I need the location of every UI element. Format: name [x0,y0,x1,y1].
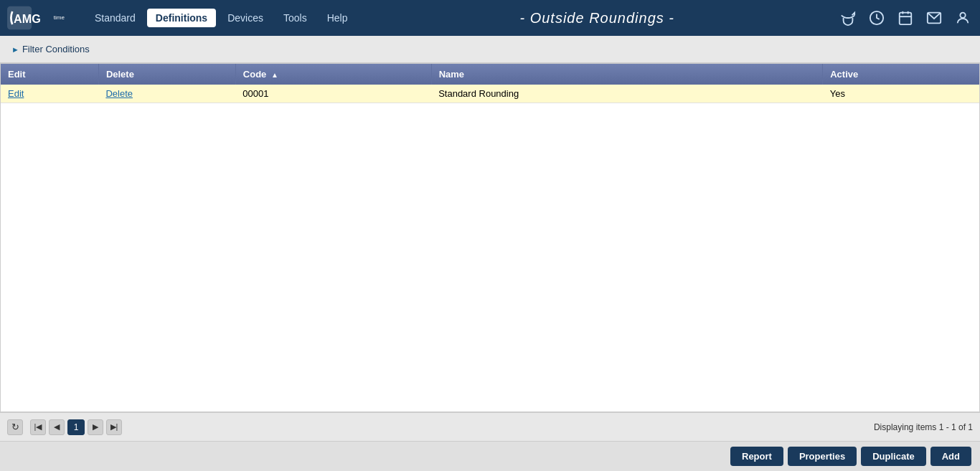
clock-icon[interactable] [867,8,887,28]
first-page-button[interactable]: |◀ [30,419,46,435]
content: ► Filter Conditions Edit Delete Code ▲ N… [0,36,980,412]
calendar-icon[interactable] [895,8,915,28]
col-active[interactable]: Active [823,64,979,85]
nav-menu: Standard Definitions Devices Tools Help [86,9,356,27]
prev-page-button[interactable]: ◀ [49,419,65,435]
nav-tools[interactable]: Tools [275,9,316,27]
pagination-bar: ↻ |◀ ◀ 1 ▶ ▶| Displaying items 1 - 1 of … [0,412,980,441]
header-icons [838,8,973,28]
svg-text:AMG: AMG [14,12,41,25]
add-button[interactable]: Add [930,447,971,466]
svg-text:time: time [54,14,65,21]
duplicate-button[interactable]: Duplicate [861,447,926,466]
cell-edit: Edit [1,85,98,103]
svg-rect-4 [900,13,912,24]
nav-definitions[interactable]: Definitions [147,9,216,27]
edit-link[interactable]: Edit [8,88,24,99]
current-page: 1 [67,419,85,435]
col-name[interactable]: Name [431,64,823,85]
col-edit[interactable]: Edit [1,64,98,85]
logo-icon: AMG time [7,4,72,32]
table-header-row: Edit Delete Code ▲ Name Active [1,64,979,85]
filter-label: Filter Conditions [22,44,90,54]
nav-devices[interactable]: Devices [219,9,272,27]
refresh-button[interactable]: ↻ [7,419,23,435]
sort-asc-icon: ▲ [271,71,278,79]
megaphone-icon[interactable] [838,8,858,28]
col-code[interactable]: Code ▲ [235,64,431,85]
data-table: Edit Delete Code ▲ Name Active EditDelet… [1,64,979,103]
properties-button[interactable]: Properties [788,447,857,466]
nav-help[interactable]: Help [319,9,357,27]
table-container: Edit Delete Code ▲ Name Active EditDelet… [0,63,980,412]
user-icon[interactable] [953,8,973,28]
page-title: - Outside Roundings - [356,10,838,27]
table-body: EditDelete00001Standard RoundingYes [1,85,979,103]
mail-icon[interactable] [924,8,944,28]
pagination-info: Displaying items 1 - 1 of 1 [125,422,973,432]
filter-toggle[interactable]: ► Filter Conditions [11,44,90,54]
action-bar: Report Properties Duplicate Add [0,441,980,471]
report-button[interactable]: Report [730,447,783,466]
last-page-button[interactable]: ▶| [106,419,122,435]
svg-point-9 [960,13,965,18]
logo-area: AMG time [7,4,72,32]
table-row: EditDelete00001Standard RoundingYes [1,85,979,103]
header: AMG time Standard Definitions Devices To… [0,0,980,36]
nav-standard[interactable]: Standard [86,9,144,27]
filter-arrow-icon: ► [11,45,19,54]
delete-link[interactable]: Delete [105,88,133,99]
next-page-button[interactable]: ▶ [88,419,103,435]
cell-delete: Delete [98,85,235,103]
cell-name: Standard Rounding [431,85,823,103]
col-delete[interactable]: Delete [98,64,235,85]
cell-code: 00001 [235,85,431,103]
cell-active: Yes [823,85,979,103]
filter-bar: ► Filter Conditions [0,36,980,63]
